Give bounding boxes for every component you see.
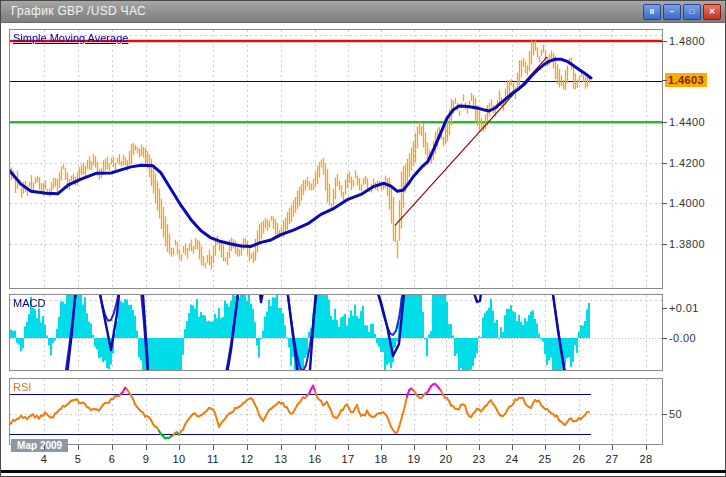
macd-indicator-label: MACD xyxy=(13,297,45,309)
x-axis-tick xyxy=(78,445,79,450)
current-price-badge: 1.4603 xyxy=(665,73,707,87)
x-axis-tick xyxy=(381,445,382,450)
rsi-indicator-label: RSI xyxy=(13,381,31,393)
x-axis-label: 28 xyxy=(640,453,653,465)
y-axis-tick xyxy=(662,203,667,204)
macd-panel[interactable]: MACD xyxy=(9,294,663,371)
x-axis-tick xyxy=(512,445,513,450)
x-axis-label: 4 xyxy=(41,453,47,465)
maximize-icon: □ xyxy=(690,8,695,16)
minimize-button[interactable]: − xyxy=(663,4,681,20)
x-axis-tick xyxy=(414,445,415,450)
x-axis-label: 11 xyxy=(207,453,219,465)
x-axis-tick xyxy=(146,445,147,450)
y-axis-tick xyxy=(662,308,667,309)
y-axis-label: -0.00 xyxy=(669,332,717,344)
x-axis-tick xyxy=(545,445,546,450)
sma-indicator-label: Simple Moving Average xyxy=(13,32,128,44)
month-label: Мар 2009 xyxy=(11,439,68,452)
y-axis-tick xyxy=(662,414,667,415)
x-axis-label: 9 xyxy=(143,453,149,465)
price-chart-panel[interactable]: Simple Moving Average xyxy=(9,29,663,289)
window-bottom-edge xyxy=(1,470,726,473)
x-axis-tick xyxy=(281,445,282,450)
x-axis-tick xyxy=(44,445,45,450)
x-axis-tick xyxy=(247,445,248,450)
x-axis-label: 17 xyxy=(342,453,355,465)
x-axis-tick xyxy=(348,445,349,450)
y-axis-tick xyxy=(662,244,667,245)
macd-chart-canvas[interactable] xyxy=(10,295,662,370)
rsi-panel[interactable]: RSI xyxy=(9,378,663,445)
close-icon: ✕ xyxy=(709,8,716,16)
y-axis-label: 50 xyxy=(669,408,717,420)
x-axis-tick xyxy=(213,445,214,450)
y-axis-tick xyxy=(662,122,667,123)
x-axis-label: 23 xyxy=(473,453,486,465)
x-axis-label: 24 xyxy=(506,453,519,465)
pause-icon: II xyxy=(650,8,654,16)
x-axis-label: 25 xyxy=(539,453,552,465)
x-axis-label: 10 xyxy=(173,453,186,465)
maximize-button[interactable]: □ xyxy=(683,4,701,20)
y-axis-tick xyxy=(662,338,667,339)
minimize-icon: − xyxy=(670,8,675,16)
x-axis-tick xyxy=(479,445,480,450)
x-axis-label: 18 xyxy=(375,453,388,465)
y-axis-tick xyxy=(662,80,667,81)
window-buttons: II − □ ✕ xyxy=(643,4,721,20)
x-axis-label: 12 xyxy=(241,453,254,465)
y-axis-label: 1.4400 xyxy=(669,116,717,128)
price-chart-canvas[interactable] xyxy=(10,30,662,288)
x-axis-tick xyxy=(446,445,447,450)
y-axis-tick xyxy=(662,163,667,164)
title-bar[interactable]: График GBP /USD ЧАС II − □ ✕ xyxy=(1,1,725,23)
x-axis-label: 16 xyxy=(309,453,322,465)
pause-button[interactable]: II xyxy=(643,4,661,20)
rsi-chart-canvas[interactable] xyxy=(10,379,662,444)
x-axis-tick xyxy=(646,445,647,450)
close-button[interactable]: ✕ xyxy=(703,4,721,20)
x-axis-label: 20 xyxy=(440,453,453,465)
x-axis-label: 5 xyxy=(75,453,81,465)
x-axis-label: 26 xyxy=(573,453,586,465)
x-axis-tick xyxy=(315,445,316,450)
x-axis-label: 6 xyxy=(109,453,115,465)
y-axis-label: 1.3800 xyxy=(669,238,717,250)
y-axis-label: +0.01 xyxy=(669,302,717,314)
x-axis-label: 19 xyxy=(408,453,421,465)
window-title: График GBP /USD ЧАС xyxy=(11,4,146,18)
y-axis-label: 1.4800 xyxy=(669,35,717,47)
x-axis-tick xyxy=(112,445,113,450)
x-axis-label: 13 xyxy=(275,453,288,465)
x-axis-tick xyxy=(179,445,180,450)
y-axis-label: 1.4200 xyxy=(669,157,717,169)
y-axis-tick xyxy=(662,41,667,42)
y-axis-label: 1.4000 xyxy=(669,197,717,209)
x-axis-tick xyxy=(612,445,613,450)
x-axis-label: 27 xyxy=(606,453,619,465)
x-axis-tick xyxy=(579,445,580,450)
chart-window: График GBP /USD ЧАС II − □ ✕ Simple Movi… xyxy=(0,0,726,477)
